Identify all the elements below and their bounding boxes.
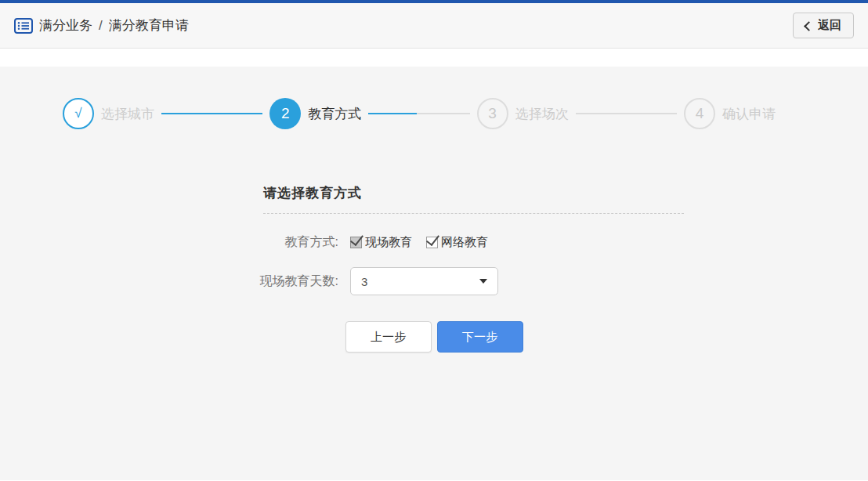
step-3-circle: 3 [477, 98, 508, 129]
onsite-education-checkbox [350, 237, 362, 248]
step-confirm-application: 4 确认申请 [684, 98, 776, 129]
breadcrumb-current: 满分教育申请 [109, 16, 189, 34]
header-spacer [0, 49, 868, 67]
step-4-circle: 4 [684, 98, 715, 129]
step-3-label: 选择场次 [515, 105, 569, 123]
step-2-circle: 2 [269, 98, 301, 129]
step-2-label: 教育方式 [308, 105, 361, 123]
form-content: 请选择教育方式 教育方式: 现场教育 网络教育 现场教育天数: 3 [203, 184, 665, 353]
education-method-row: 教育方式: 现场教育 网络教育 [203, 234, 665, 251]
onsite-days-select[interactable]: 3 [350, 267, 498, 295]
online-education-checkbox[interactable] [426, 237, 438, 248]
checkbox-option-onsite: 现场教育 [350, 235, 412, 250]
back-button-label: 返回 [818, 18, 841, 33]
breadcrumb-separator: / [99, 18, 103, 34]
step-education-method: 2 教育方式 [269, 98, 361, 129]
chevron-left-icon [804, 21, 814, 31]
step-1-label: 选择城市 [101, 105, 154, 123]
main-panel: √ 选择城市 2 教育方式 3 选择场次 4 确认申请 请选择教育方式 教育方式… [0, 67, 868, 480]
previous-step-button[interactable]: 上一步 [345, 321, 432, 353]
checkbox-option-online[interactable]: 网络教育 [426, 235, 488, 250]
checkmark-icon [350, 232, 363, 246]
step-select-city: √ 选择城市 [63, 98, 154, 129]
education-method-options: 现场教育 网络教育 [350, 235, 502, 250]
caret-down-icon [479, 279, 487, 284]
online-education-label: 网络教育 [441, 235, 488, 250]
dashed-divider [263, 213, 684, 214]
stepper-connector-1 [161, 113, 262, 114]
wizard-buttons: 上一步 下一步 [203, 321, 665, 353]
education-method-label: 教育方式: [203, 234, 338, 251]
breadcrumb: 满分业务 / 满分教育申请 [14, 16, 189, 34]
wizard-stepper: √ 选择城市 2 教育方式 3 选择场次 4 确认申请 [0, 98, 868, 129]
stepper-connector-2 [368, 113, 469, 114]
onsite-education-label: 现场教育 [365, 235, 412, 250]
breadcrumb-root[interactable]: 满分业务 [39, 16, 92, 34]
list-icon [14, 18, 33, 34]
form-title: 请选择教育方式 [263, 184, 684, 202]
back-button[interactable]: 返回 [793, 13, 854, 38]
next-step-button[interactable]: 下一步 [437, 321, 523, 353]
onsite-days-value: 3 [361, 275, 367, 288]
checkmark-icon [426, 232, 439, 246]
step-select-session: 3 选择场次 [477, 98, 569, 129]
step-1-circle: √ [63, 98, 94, 129]
onsite-days-row: 现场教育天数: 3 [203, 267, 665, 295]
onsite-days-label: 现场教育天数: [203, 273, 338, 290]
header: 满分业务 / 满分教育申请 返回 [0, 3, 868, 49]
step-4-label: 确认申请 [722, 105, 776, 123]
stepper-connector-3 [576, 113, 677, 114]
